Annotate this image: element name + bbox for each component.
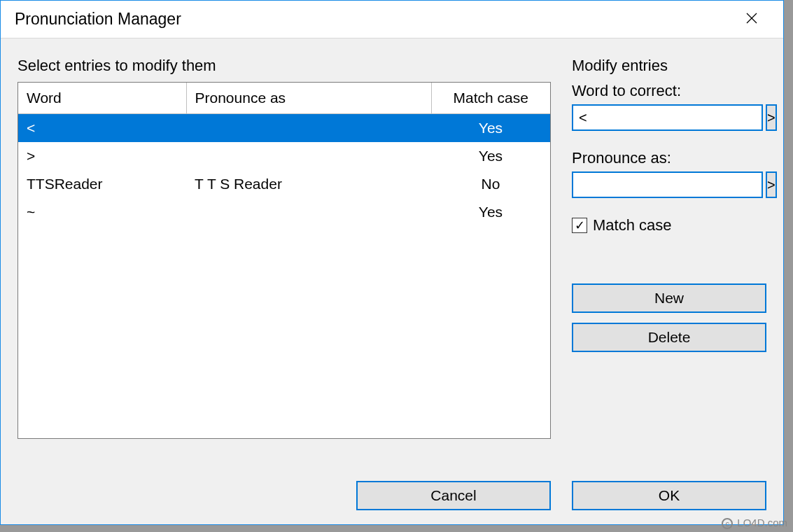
word-to-correct-label: Word to correct: bbox=[572, 82, 766, 100]
column-header-pronounce[interactable]: Pronounce as bbox=[186, 83, 431, 114]
entries-table-container: Word Pronounce as Match case < Yes bbox=[17, 82, 551, 439]
word-to-correct-row: > bbox=[572, 104, 766, 131]
match-case-label: Match case bbox=[593, 216, 672, 234]
cell-word: ~ bbox=[18, 198, 186, 226]
pronounce-as-label: Pronounce as: bbox=[572, 149, 766, 167]
table-row-blank bbox=[18, 366, 550, 394]
cell-match: Yes bbox=[431, 114, 550, 142]
cell-word: > bbox=[18, 142, 186, 170]
table-row[interactable]: > Yes bbox=[18, 142, 550, 170]
copyright-icon: c bbox=[722, 518, 733, 529]
dialog-content: Select entries to modify them Word Prono… bbox=[1, 38, 783, 524]
table-row[interactable]: < Yes bbox=[18, 114, 550, 142]
pronounce-as-row: > bbox=[572, 172, 766, 198]
watermark-text: LO4D.com bbox=[737, 517, 787, 528]
pronunciation-manager-dialog: Pronunciation Manager Select entries to … bbox=[0, 0, 784, 525]
table-row[interactable]: ~ Yes bbox=[18, 198, 550, 226]
cell-word: TTSReader bbox=[18, 170, 186, 198]
close-icon bbox=[746, 11, 757, 27]
main-area: Select entries to modify them Word Prono… bbox=[17, 57, 766, 463]
check-icon: ✓ bbox=[575, 219, 585, 232]
titlebar: Pronunciation Manager bbox=[1, 1, 783, 38]
pronounce-expand-button[interactable]: > bbox=[766, 172, 777, 198]
cell-pronounce bbox=[186, 142, 431, 170]
new-button[interactable]: New bbox=[572, 284, 766, 313]
ok-button[interactable]: OK bbox=[572, 481, 766, 510]
table-row-blank bbox=[18, 226, 550, 254]
match-case-row[interactable]: ✓ Match case bbox=[572, 216, 766, 234]
column-header-match[interactable]: Match case bbox=[431, 83, 550, 114]
table-row-blank bbox=[18, 394, 550, 422]
table-row-blank bbox=[18, 310, 550, 338]
cell-word: < bbox=[18, 114, 186, 142]
cancel-button[interactable]: Cancel bbox=[356, 481, 551, 510]
match-case-checkbox[interactable]: ✓ bbox=[572, 218, 587, 233]
delete-button[interactable]: Delete bbox=[572, 323, 766, 352]
pronounce-as-input[interactable] bbox=[572, 172, 763, 198]
entries-heading: Select entries to modify them bbox=[17, 57, 551, 75]
modify-heading: Modify entries bbox=[572, 57, 766, 75]
table-row-blank bbox=[18, 282, 550, 310]
watermark: c LO4D.com bbox=[722, 517, 787, 529]
cell-pronounce bbox=[186, 114, 431, 142]
chevron-right-icon: > bbox=[767, 110, 776, 126]
dialog-buttons: Cancel OK bbox=[17, 481, 766, 510]
cell-match: Yes bbox=[431, 142, 550, 170]
close-button[interactable] bbox=[734, 1, 769, 38]
chevron-right-icon: > bbox=[767, 177, 776, 193]
entries-panel: Select entries to modify them Word Prono… bbox=[17, 57, 551, 463]
cell-match: No bbox=[431, 170, 550, 198]
cell-pronounce: T T S Reader bbox=[186, 170, 431, 198]
dialog-title: Pronunciation Manager bbox=[15, 10, 734, 29]
entries-table[interactable]: Word Pronounce as Match case < Yes bbox=[18, 83, 550, 422]
table-row-blank bbox=[18, 254, 550, 282]
cell-match: Yes bbox=[431, 198, 550, 226]
word-expand-button[interactable]: > bbox=[766, 104, 777, 131]
modify-panel: Modify entries Word to correct: > Pronou… bbox=[572, 57, 766, 463]
table-row-blank bbox=[18, 338, 550, 366]
column-header-word[interactable]: Word bbox=[18, 83, 186, 114]
cell-pronounce bbox=[186, 198, 431, 226]
word-to-correct-input[interactable] bbox=[572, 104, 763, 131]
table-row[interactable]: TTSReader T T S Reader No bbox=[18, 170, 550, 198]
